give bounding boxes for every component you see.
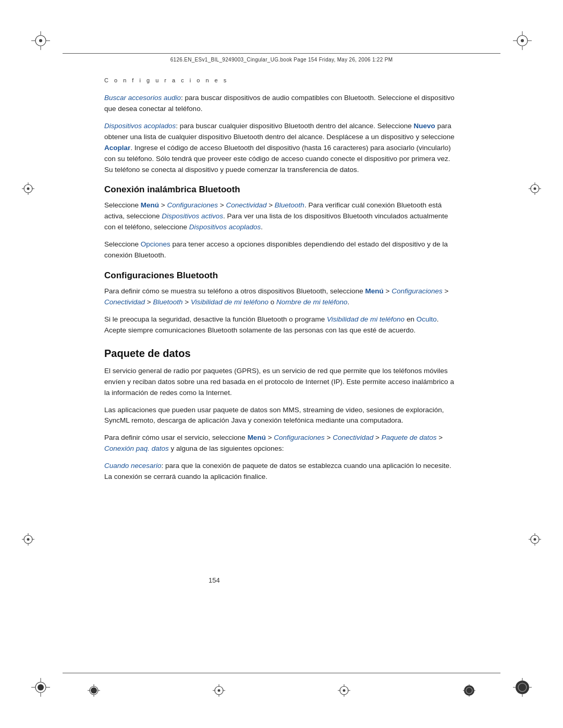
- page: 6126.EN_ESv1_BIL_9249003_Cingular_UG.boo…: [0, 0, 563, 728]
- heading-configuraciones-bluetooth: Configuraciones Bluetooth: [104, 270, 459, 281]
- p9-text1: Para definir cómo usar el servicio, sele…: [104, 434, 248, 441]
- bottom-mark-1: [88, 684, 100, 697]
- p5-o: o: [268, 298, 276, 306]
- paragraph-2: Dispositivos acoplados: para buscar cual…: [104, 121, 459, 176]
- svg-point-37: [27, 538, 30, 541]
- link-dispositivos-activos[interactable]: Dispositivos activos: [162, 212, 223, 220]
- link-menu-2[interactable]: Menú: [365, 287, 384, 295]
- p9-arr1: >: [266, 434, 274, 441]
- link-menu-1[interactable]: Menú: [141, 201, 159, 209]
- bottom-rule: [63, 673, 500, 673]
- link-visibilidad-2[interactable]: Visibilidad de mi teléfono: [327, 315, 405, 323]
- paragraph-9: Para definir cómo usar el servicio, sele…: [104, 433, 459, 454]
- link-configuraciones-3[interactable]: Configuraciones: [274, 434, 325, 441]
- link-configuraciones-1[interactable]: Configuraciones: [167, 201, 218, 209]
- link-dispositivos-acoplados-2[interactable]: Dispositivos acoplados: [189, 223, 261, 231]
- svg-point-7: [521, 39, 524, 42]
- p3-arr2: >: [218, 201, 226, 209]
- p4-text1: Seleccione: [104, 240, 141, 248]
- svg-point-31: [534, 188, 536, 190]
- corner-mark-tl: [31, 31, 50, 50]
- p5-arr3: >: [145, 298, 153, 306]
- svg-point-61: [343, 689, 346, 692]
- p5-arr2: >: [443, 287, 449, 295]
- p9-arr4: >: [437, 434, 443, 441]
- p2-text3: . Ingrese el código de acceso Bluetooth …: [104, 144, 451, 174]
- paragraph-7: El servicio general de radio por paquete…: [104, 366, 459, 399]
- p3-arr1: >: [159, 201, 167, 209]
- link-nuevo[interactable]: Nuevo: [414, 122, 435, 130]
- link-bluetooth-1[interactable]: Bluetooth: [275, 201, 304, 209]
- svg-point-43: [534, 538, 536, 541]
- link-conectividad-3[interactable]: Conectividad: [333, 434, 373, 441]
- svg-point-49: [91, 687, 97, 694]
- p9-arr2: >: [325, 434, 333, 441]
- paragraph-10: Cuando necesario: para que la conexión d…: [104, 461, 459, 483]
- p9-end: y alguna de las siguientes opciones:: [169, 445, 284, 452]
- link-conexion-paq[interactable]: Conexión paq. datos: [104, 445, 169, 452]
- svg-point-55: [218, 689, 221, 692]
- p3-text1: Seleccione: [104, 201, 141, 209]
- p9-arr3: >: [373, 434, 381, 441]
- link-buscar-accesorios[interactable]: Buscar accesorios audio: [104, 94, 181, 102]
- link-menu-3[interactable]: Menú: [248, 434, 266, 441]
- p5-arr4: >: [182, 298, 190, 306]
- p6-text1: Si le preocupa la seguridad, desactive l…: [104, 315, 327, 323]
- p5-end: .: [348, 298, 350, 306]
- side-mark-left-top: [22, 182, 34, 195]
- content-area: C o n f i g u r a c i o n e s Buscar acc…: [104, 77, 459, 645]
- top-bar-text: 6126.EN_ESv1_BIL_9249003_Cingular_UG.boo…: [170, 57, 393, 63]
- paragraph-3: Seleccione Menú > Configuraciones > Cone…: [104, 200, 459, 233]
- bottom-mark-2: [213, 684, 225, 697]
- corner-mark-tr: [513, 31, 532, 50]
- link-conectividad-1[interactable]: Conectividad: [226, 201, 266, 209]
- p5-arr1: >: [384, 287, 391, 295]
- link-nombre[interactable]: Nombre de mi teléfono: [276, 298, 348, 306]
- p2-text1: : para buscar cualquier dispositivo Blue…: [176, 122, 413, 130]
- link-dispositivos-acoplados[interactable]: Dispositivos acoplados: [104, 122, 176, 130]
- paragraph-1: Buscar accesorios audio: para buscar dis…: [104, 93, 459, 115]
- paragraph-4: Seleccione Opciones para tener acceso a …: [104, 239, 459, 261]
- link-acoplar[interactable]: Acoplar: [104, 144, 130, 152]
- p6-text2: en: [405, 315, 417, 323]
- link-visibilidad[interactable]: Visibilidad de mi teléfono: [191, 298, 268, 306]
- top-bar: 6126.EN_ESv1_BIL_9249003_Cingular_UG.boo…: [63, 53, 500, 63]
- section-label: C o n f i g u r a c i o n e s: [104, 77, 459, 83]
- p3-arr3: >: [266, 201, 274, 209]
- p5-text1: Para definir cómo se muestra su teléfono…: [104, 287, 365, 295]
- svg-point-25: [27, 188, 30, 190]
- link-opciones[interactable]: Opciones: [141, 240, 170, 248]
- page-number-area: 154: [209, 575, 354, 585]
- paragraph-8: Las aplicaciones que pueden usar paquete…: [104, 405, 459, 427]
- p3-end: .: [261, 223, 263, 231]
- link-cuando-necesario[interactable]: Cuando necesario: [104, 462, 162, 470]
- paragraph-6: Si le preocupa la seguridad, desactive l…: [104, 314, 459, 336]
- link-paquete[interactable]: Paquete de datos: [382, 434, 437, 441]
- bottom-mark-3: [338, 684, 350, 697]
- heading-paquete-de-datos: Paquete de datos: [104, 348, 459, 360]
- paragraph-5: Para definir cómo se muestra su teléfono…: [104, 286, 459, 308]
- side-mark-left-bottom: [22, 533, 34, 546]
- side-mark-right-top: [529, 182, 541, 195]
- page-number: 154: [209, 576, 220, 584]
- svg-point-1: [39, 39, 42, 42]
- link-configuraciones-2[interactable]: Configuraciones: [391, 287, 443, 295]
- link-conectividad-2[interactable]: Conectividad: [104, 298, 145, 306]
- link-oculto[interactable]: Oculto: [417, 315, 437, 323]
- heading-conexion-inalambrica: Conexión inalámbrica Bluetooth: [104, 184, 459, 195]
- link-bluetooth-2[interactable]: Bluetooth: [153, 298, 182, 306]
- bottom-mark-4: [463, 684, 475, 697]
- bottom-marks-row: [0, 684, 563, 697]
- side-mark-right-bottom: [529, 533, 541, 546]
